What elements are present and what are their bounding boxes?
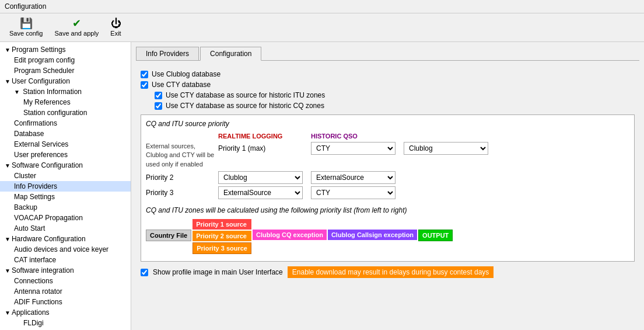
priority2-realtime-select[interactable]: Clublog CTY ExternalSource — [218, 171, 303, 184]
use-clublog-row: Use Clublog database — [141, 70, 635, 78]
realtime-header: REALTIME LOGGING — [218, 133, 309, 140]
expand-icon: ▼ — [5, 268, 10, 274]
expand-icon: ▼ — [5, 310, 10, 316]
sidebar-label: CAT interface — [14, 256, 56, 264]
show-profile-row: Show profile image in main User Interfac… — [141, 266, 635, 278]
exit-label: Exit — [110, 30, 121, 37]
sidebar-label: Backup — [14, 203, 37, 211]
sidebar-item-edit-program-config[interactable]: Edit program config — [0, 55, 131, 65]
sidebar-item-info-providers[interactable]: Info Providers — [0, 181, 131, 192]
expand-icon: ▼ — [14, 89, 20, 95]
sidebar-label: Software Configuration — [12, 161, 83, 169]
sidebar-label: Station configuration — [23, 109, 87, 117]
sidebar-label: Database — [14, 130, 44, 138]
sidebar-item-voacap[interactable]: VOACAP Propagation — [0, 213, 131, 223]
save-config-label: Save config — [9, 30, 43, 37]
title-bar: Configuration — [0, 0, 644, 13]
sidebar-label: Confirmations — [14, 119, 57, 127]
sidebar-item-my-references[interactable]: My References — [0, 97, 131, 107]
sidebar-item-program-settings[interactable]: ▼ Program Settings — [0, 44, 131, 55]
sidebar-label: Edit program config — [14, 56, 75, 64]
priority2-historic-select[interactable]: ExternalSource CTY Clublog — [311, 171, 396, 184]
sidebar-item-map-settings[interactable]: Map Settings — [0, 192, 131, 202]
sidebar-label: Cluster — [14, 172, 36, 180]
sidebar-item-backup[interactable]: Backup — [0, 202, 131, 213]
sidebar-item-cat-interface[interactable]: CAT interface — [0, 255, 131, 265]
sidebar-label: Connections — [14, 277, 53, 285]
tab-label: Configuration — [210, 50, 251, 58]
sidebar-item-user-configuration[interactable]: ▼ User Configuration — [0, 76, 131, 86]
checkmark-icon: ✔ — [72, 18, 81, 29]
config-panel: Use Clublog database Use CTY database Us… — [136, 65, 639, 283]
sidebar-label: User preferences — [14, 151, 68, 159]
sidebar-item-user-preferences[interactable]: User preferences — [0, 150, 131, 160]
save-config-button[interactable]: 💾 Save config — [5, 16, 47, 39]
sidebar-label: Info Providers — [14, 182, 57, 190]
country-file-label: Country File — [146, 230, 191, 241]
title-text: Configuration — [5, 2, 46, 11]
priority3-source-label: Priority 3 source — [192, 242, 251, 254]
calc-note: CQ and ITU zones will be calculated usin… — [146, 206, 407, 214]
use-cty-checkbox[interactable] — [141, 81, 148, 89]
show-profile-checkbox[interactable] — [141, 269, 148, 276]
expand-icon: ▼ — [5, 236, 10, 242]
sidebar-item-adif-functions[interactable]: ADIF Functions — [0, 297, 131, 307]
content-area: Info Providers Configuration Use Clublog… — [131, 42, 644, 330]
sidebar-item-applications[interactable]: ▼ Applications — [0, 307, 131, 318]
priority1-source-label: Priority 1 source — [192, 219, 251, 230]
sidebar-item-program-scheduler[interactable]: Program Scheduler — [0, 65, 131, 76]
exit-button[interactable]: ⏻ Exit — [106, 16, 125, 39]
sidebar-item-station-configuration[interactable]: Station configuration — [0, 107, 131, 118]
sidebar-label: Hardware Configuration — [12, 235, 86, 243]
sidebar-label: My References — [23, 98, 71, 106]
priority-note: External sources, Clublog and CTY will b… — [146, 142, 216, 169]
sidebar-item-cluster[interactable]: Cluster — [0, 171, 131, 181]
cty-itu-checkbox[interactable] — [155, 92, 162, 99]
priority1-label: Priority 1 (max) — [218, 144, 309, 152]
sidebar-label: Program Scheduler — [14, 67, 74, 75]
save-apply-button[interactable]: ✔ Save and apply — [50, 16, 103, 39]
sidebar-item-station-information[interactable]: ▼ Station Information — [0, 86, 131, 97]
sidebar-item-antenna-rotator[interactable]: Antenna rotator — [0, 286, 131, 297]
cty-itu-label: Use CTY database as source for historic … — [166, 91, 325, 99]
sidebar-label: External Services — [14, 140, 68, 148]
priority3-historic-select[interactable]: CTY Clublog ExternalSource — [311, 186, 396, 199]
sidebar-item-audio-devices[interactable]: Audio devices and voice keyer — [0, 244, 131, 255]
sidebar-label: Auto Start — [14, 224, 45, 232]
cty-cq-row: Use CTY database as source for historic … — [155, 102, 635, 110]
priority3-realtime-select[interactable]: ExternalSource CTY Clublog — [218, 186, 303, 199]
sidebar-item-fldigi[interactable]: FLDigi — [0, 318, 131, 328]
sidebar-item-software-configuration[interactable]: ▼ Software Configuration — [0, 160, 131, 171]
sidebar-item-hardware-configuration[interactable]: ▼ Hardware Configuration — [0, 234, 131, 244]
tab-bar: Info Providers Configuration — [136, 47, 639, 61]
priority1-historic-select[interactable]: Clublog CTY ExternalSource — [404, 142, 488, 155]
sidebar-item-confirmations[interactable]: Confirmations — [0, 118, 131, 128]
sidebar-label: Station Information — [23, 88, 82, 96]
sidebar-item-external-services[interactable]: External Services — [0, 139, 131, 150]
sidebar-label: FLDigi — [23, 319, 44, 327]
tab-info-providers[interactable]: Info Providers — [136, 47, 199, 60]
tab-label: Info Providers — [146, 50, 189, 58]
clublog-callsign-label: Clublog Callsign exception — [328, 230, 417, 240]
sidebar-label: Applications — [12, 308, 50, 317]
sidebar-item-auto-start[interactable]: Auto Start — [0, 223, 131, 234]
sidebar-label: Map Settings — [14, 193, 55, 201]
priority1-realtime-select[interactable]: CTY Clublog ExternalSource — [311, 142, 396, 155]
toolbar: 💾 Save config ✔ Save and apply ⏻ Exit — [0, 13, 644, 42]
cty-cq-label: Use CTY database as source for historic … — [166, 102, 324, 110]
sidebar-label: ADIF Functions — [14, 298, 62, 306]
sidebar-item-connections[interactable]: Connections — [0, 276, 131, 286]
sidebar-item-database[interactable]: Database — [0, 128, 131, 139]
sidebar-item-software-integration[interactable]: ▼ Software integration — [0, 265, 131, 276]
main-layout: ▼ Program Settings Edit program config P… — [0, 42, 644, 330]
cty-itu-row: Use CTY database as source for historic … — [155, 91, 635, 99]
save-icon: 💾 — [20, 18, 33, 29]
tab-configuration[interactable]: Configuration — [200, 47, 261, 61]
use-cty-row: Use CTY database — [141, 81, 635, 89]
use-clublog-checkbox[interactable] — [141, 71, 148, 78]
warning-label: Enable download may result in delays dur… — [288, 266, 494, 278]
expand-icon: ▼ — [5, 47, 10, 53]
cty-cq-checkbox[interactable] — [155, 102, 162, 110]
use-cty-label: Use CTY database — [152, 81, 211, 89]
show-profile-label: Show profile image in main User Interfac… — [153, 268, 283, 276]
